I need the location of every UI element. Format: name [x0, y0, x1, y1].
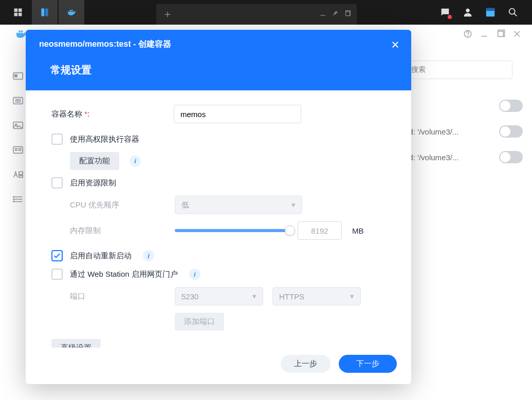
sidebar-overview-icon[interactable] [9, 71, 27, 81]
widget-icon[interactable] [482, 4, 499, 21]
container-name-input[interactable] [174, 105, 301, 123]
svg-rect-22 [15, 74, 17, 77]
browser-tab-strip [156, 4, 357, 25]
svg-rect-2 [14, 13, 18, 16]
cpu-priority-value: 低 [181, 200, 189, 210]
taskbar-right [436, 4, 527, 21]
protocol-select[interactable]: HTTPS ▾ [272, 287, 361, 306]
privileged-checkbox[interactable] [51, 134, 63, 145]
bg-row-text-1: ed: '/volume3/... [405, 127, 458, 136]
svg-rect-29 [13, 147, 23, 154]
svg-rect-30 [19, 172, 23, 175]
label-cpu-priority: CPU 优先顺序 [70, 200, 166, 210]
task-app-1-icon[interactable] [32, 0, 58, 25]
svg-rect-18 [498, 31, 504, 37]
info-icon[interactable]: i [143, 250, 154, 261]
prev-button[interactable]: 上一步 [281, 355, 331, 373]
cpu-priority-select[interactable]: 低 ▾ [175, 196, 302, 214]
maximize-icon[interactable] [496, 29, 505, 41]
svg-point-37 [13, 201, 14, 202]
sidebar-network-icon[interactable] [9, 169, 27, 180]
tab-minimize-icon[interactable] [319, 9, 327, 20]
tab-restore-icon[interactable] [343, 9, 352, 20]
row-port: 端口 5230 ▾ HTTPS ▾ [51, 287, 386, 306]
help-icon[interactable] [463, 29, 472, 41]
row-cpu-priority: CPU 优先顺序 低 ▾ [51, 196, 386, 214]
modal-section-title: 常规设置 [50, 63, 398, 77]
add-port-button[interactable]: 添加端口 [175, 313, 224, 331]
search-input[interactable]: 搜索 [405, 61, 512, 79]
chat-icon[interactable] [436, 4, 454, 21]
memory-unit: MB [352, 226, 364, 235]
row-resource-limit: 启用资源限制 [51, 177, 386, 188]
auto-restart-checkbox[interactable] [51, 250, 63, 261]
svg-rect-5 [45, 9, 48, 16]
svg-point-35 [13, 197, 14, 198]
toggle-3[interactable] [499, 151, 523, 163]
memory-slider[interactable] [175, 229, 290, 232]
label-web-station: 通过 Web Station 启用网页门户 [70, 270, 178, 279]
task-docker-icon[interactable] [59, 0, 84, 25]
modal-body: 容器名称 *: 使用高权限执行容器 配置功能 i 启用资源限制 CPU 优先顺序… [26, 90, 411, 348]
bg-row-text-2: ed: '/volume3/... [405, 153, 458, 162]
sidebar-container-icon[interactable] [9, 96, 27, 106]
sidebar-log-icon[interactable] [9, 194, 27, 204]
tab-pin-icon[interactable] [331, 9, 339, 20]
search-placeholder: 搜索 [411, 65, 426, 74]
label-privileged: 使用高权限执行容器 [70, 135, 139, 144]
slider-thumb[interactable] [285, 225, 295, 236]
os-taskbar [0, 0, 532, 25]
label-container-name: 容器名称 *: [51, 109, 164, 119]
new-tab-icon[interactable] [161, 8, 174, 21]
app-grid-icon[interactable] [5, 0, 31, 25]
resource-limit-checkbox[interactable] [51, 177, 63, 188]
sidebar-image-icon[interactable] [9, 120, 27, 130]
taskbar-left [5, 0, 84, 25]
memory-slider-wrap: MB [175, 221, 364, 240]
row-config-features: 配置功能 i [70, 152, 386, 170]
svg-point-13 [509, 9, 515, 14]
svg-rect-31 [19, 176, 23, 178]
web-station-checkbox[interactable] [51, 269, 63, 280]
chevron-down-icon: ▾ [252, 292, 256, 301]
label-auto-restart: 启用自动重新启动 [70, 251, 132, 261]
info-icon[interactable]: i [189, 269, 200, 280]
svg-point-36 [13, 199, 14, 200]
info-icon[interactable]: i [130, 156, 141, 167]
modal-footer: 上一步 下一步 [26, 348, 411, 384]
config-features-button[interactable]: 配置功能 [70, 152, 119, 170]
row-add-port: 添加端口 [175, 313, 386, 331]
next-button[interactable]: 下一步 [339, 355, 397, 373]
background-panel: 搜索 ed: '/volume3/... ed: '/volume3/... [405, 61, 523, 163]
advanced-settings-button[interactable]: 高级设置 [51, 339, 101, 348]
modal-header: neosmemo/memos:test - 创建容器 常规设置 [26, 30, 411, 90]
create-container-modal: neosmemo/memos:test - 创建容器 常规设置 容器名称 *: … [26, 30, 411, 384]
row-container-name: 容器名称 *: [51, 105, 386, 123]
svg-point-16 [468, 35, 468, 36]
svg-point-10 [466, 9, 469, 12]
svg-rect-4 [41, 9, 44, 16]
toggle-1[interactable] [499, 100, 523, 112]
taskbar-center [84, 0, 436, 25]
close-icon[interactable] [391, 40, 400, 52]
chevron-down-icon: ▾ [291, 200, 296, 209]
svg-rect-3 [19, 13, 22, 16]
toggle-2[interactable] [499, 125, 523, 138]
row-advanced: 高级设置 [51, 339, 386, 348]
user-icon[interactable] [459, 4, 476, 21]
row-privileged: 使用高权限执行容器 [51, 134, 386, 145]
svg-rect-0 [14, 9, 18, 12]
sidebar-registry-icon[interactable] [9, 145, 27, 155]
svg-line-14 [514, 13, 517, 16]
label-port: 端口 [70, 292, 166, 301]
close-window-icon[interactable] [512, 29, 522, 41]
minimize-icon[interactable] [480, 29, 489, 41]
port-select[interactable]: 5230 ▾ [175, 287, 263, 306]
search-icon[interactable] [504, 4, 522, 21]
modal-title: neosmemo/memos:test - 创建容器 [39, 39, 398, 50]
tab-controls [319, 9, 352, 20]
svg-rect-12 [486, 8, 495, 11]
memory-value-input[interactable] [298, 221, 342, 240]
notification-dot-icon [448, 15, 452, 19]
label-resource-limit: 启用资源限制 [70, 178, 116, 188]
